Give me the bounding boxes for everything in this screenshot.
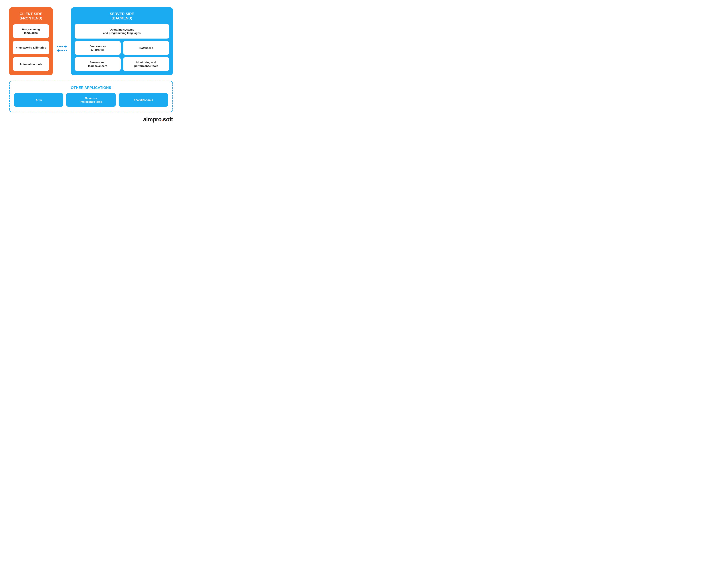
monitoring-performance-tools-box: Monitoring andperformance tools xyxy=(123,57,169,71)
server-grid-bottom: Frameworks& libraries Databases Servers … xyxy=(75,41,169,71)
client-automation-tools-box: Automation tools xyxy=(13,57,49,71)
top-row: CLIENT SIDE (FRONTEND) Programming langu… xyxy=(9,7,173,75)
apis-box: APIs xyxy=(14,93,63,107)
client-side-header: CLIENT SIDE (FRONTEND) xyxy=(13,11,49,20)
client-side-panel: CLIENT SIDE (FRONTEND) Programming langu… xyxy=(9,7,53,75)
arrow-right xyxy=(57,45,67,48)
server-frameworks-libraries-box: Frameworks& libraries xyxy=(75,41,121,55)
dashed-line-right xyxy=(57,46,65,47)
other-applications-items: APIs Businessintelligence tools Analytic… xyxy=(14,93,168,107)
client-automation-tools-label: Automation tools xyxy=(20,62,42,66)
os-programming-languages-box: Operating systemsand programming languag… xyxy=(75,24,169,38)
monitoring-performance-tools-label: Monitoring andperformance tools xyxy=(134,60,158,67)
other-applications-title: OTHER APPLICATIONS xyxy=(71,86,111,90)
other-applications-header: OTHER APPLICATIONS xyxy=(14,86,168,90)
client-frameworks-libraries-box: Frameworks & libraries xyxy=(13,41,49,55)
apis-label: APIs xyxy=(36,98,42,102)
arrowhead-right xyxy=(65,45,67,48)
client-programming-languages-box: Programming languages xyxy=(13,24,49,38)
brand-name-part2: soft xyxy=(163,116,173,122)
server-side-title-line2: (BACKEND) xyxy=(111,16,132,20)
os-programming-languages-label: Operating systemsand programming languag… xyxy=(103,28,141,35)
arrowhead-left xyxy=(57,49,59,52)
main-diagram: CLIENT SIDE (FRONTEND) Programming langu… xyxy=(9,7,173,112)
client-frameworks-libraries-label: Frameworks & libraries xyxy=(16,46,46,50)
server-side-title-line1: SERVER SIDE xyxy=(110,12,134,16)
client-side-title-line2: (FRONTEND) xyxy=(20,16,42,20)
server-side-header: SERVER SIDE (BACKEND) xyxy=(75,11,169,20)
brand-name-part1: aimpro xyxy=(143,116,162,122)
servers-load-balancers-label: Servers andload balancers xyxy=(88,60,107,67)
arrow-left xyxy=(57,49,67,52)
servers-load-balancers-box: Servers andload balancers xyxy=(75,57,121,71)
server-frameworks-libraries-label: Frameworks& libraries xyxy=(89,44,106,51)
analytics-tools-box: Analytics tools xyxy=(119,93,168,107)
business-intelligence-tools-box: Businessintelligence tools xyxy=(66,93,115,107)
client-side-title-line1: CLIENT SIDE xyxy=(20,12,42,16)
other-applications-panel: OTHER APPLICATIONS APIs Businessintellig… xyxy=(9,81,173,112)
brand-name: aimpro.soft xyxy=(143,116,173,123)
server-top-box: Operating systemsand programming languag… xyxy=(75,24,169,38)
client-programming-languages-label: Programming languages xyxy=(15,28,47,35)
arrows-area xyxy=(56,7,67,75)
analytics-tools-label: Analytics tools xyxy=(134,98,153,102)
brand-footer: aimpro.soft xyxy=(9,116,173,123)
dashed-line-left xyxy=(59,50,67,51)
databases-label: Databases xyxy=(139,46,153,50)
business-intelligence-tools-label: Businessintelligence tools xyxy=(80,97,102,104)
databases-box: Databases xyxy=(123,41,169,55)
server-side-panel: SERVER SIDE (BACKEND) Operating systemsa… xyxy=(71,7,173,75)
